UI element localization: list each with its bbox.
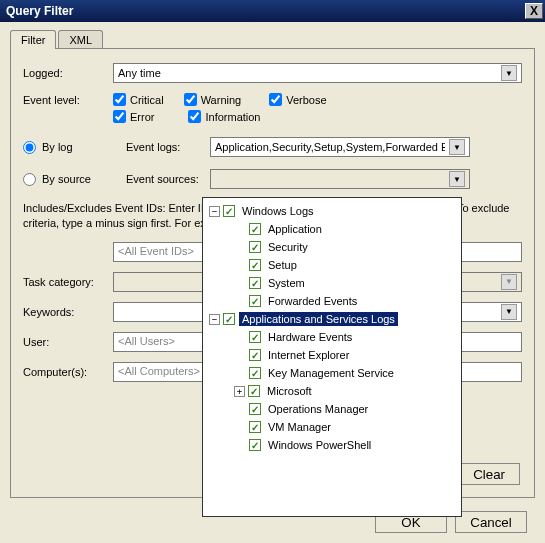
chevron-down-icon: ▼ xyxy=(501,304,517,320)
event-logs-value: Application,Security,Setup,System,Forwar… xyxy=(215,141,445,153)
radio-by-log[interactable] xyxy=(23,141,36,154)
label-event-logs: Event logs: xyxy=(126,141,204,153)
event-logs-combo[interactable]: Application,Security,Setup,System,Forwar… xyxy=(210,137,470,157)
checkbox-icon[interactable]: ✓ xyxy=(249,439,261,451)
tree-node-key-mgmt[interactable]: ✓Key Management Service xyxy=(205,364,459,382)
label-logged: Logged: xyxy=(23,67,113,79)
label-event-sources: Event sources: xyxy=(126,173,204,185)
tree-node-windows-logs[interactable]: − ✓ Windows Logs xyxy=(205,202,459,220)
label-computers: Computer(s): xyxy=(23,366,113,378)
dialog-body: Filter XML Logged: Any time ▼ Event leve… xyxy=(0,22,545,543)
tree-node-vm-manager[interactable]: ✓VM Manager xyxy=(205,418,459,436)
event-logs-tree-popup: − ✓ Windows Logs ✓Application ✓Security … xyxy=(202,197,462,517)
label-user: User: xyxy=(23,336,113,348)
close-button[interactable]: X xyxy=(525,3,543,19)
tree-node-ops-manager[interactable]: ✓Operations Manager xyxy=(205,400,459,418)
tab-xml[interactable]: XML xyxy=(58,30,103,49)
label-task-category: Task category: xyxy=(23,276,113,288)
chevron-down-icon: ▼ xyxy=(501,65,517,81)
chk-verbose[interactable]: Verbose xyxy=(269,93,326,106)
event-sources-combo[interactable]: ▼ xyxy=(210,169,470,189)
tab-filter[interactable]: Filter xyxy=(10,30,56,49)
tree-node-internet-explorer[interactable]: ✓Internet Explorer xyxy=(205,346,459,364)
tree-node-security[interactable]: ✓Security xyxy=(205,238,459,256)
checkbox-icon[interactable]: ✓ xyxy=(223,313,235,325)
label-event-level: Event level: xyxy=(23,94,113,106)
expand-icon[interactable]: + xyxy=(234,386,245,397)
checkbox-icon[interactable]: ✓ xyxy=(249,331,261,343)
checkbox-icon[interactable]: ✓ xyxy=(249,367,261,379)
tree-node-application[interactable]: ✓Application xyxy=(205,220,459,238)
tree-node-microsoft[interactable]: + ✓ Microsoft xyxy=(205,382,459,400)
checkbox-icon[interactable]: ✓ xyxy=(249,421,261,433)
title-bar: Query Filter X xyxy=(0,0,545,22)
chevron-down-icon: ▼ xyxy=(501,274,517,290)
logged-value: Any time xyxy=(118,67,161,79)
close-icon: X xyxy=(530,4,538,18)
chk-warning[interactable]: Warning xyxy=(184,93,242,106)
label-by-source: By source xyxy=(42,173,120,185)
collapse-icon[interactable]: − xyxy=(209,206,220,217)
tree-node-forwarded-events[interactable]: ✓Forwarded Events xyxy=(205,292,459,310)
checkbox-icon[interactable]: ✓ xyxy=(249,259,261,271)
chevron-down-icon: ▼ xyxy=(449,171,465,187)
tree-node-win-powershell[interactable]: ✓Windows PowerShell xyxy=(205,436,459,454)
checkbox-icon[interactable]: ✓ xyxy=(249,223,261,235)
tree-node-system[interactable]: ✓System xyxy=(205,274,459,292)
chevron-down-icon: ▼ xyxy=(449,139,465,155)
chk-error[interactable]: Error xyxy=(113,110,154,123)
label-by-log: By log xyxy=(42,141,120,153)
cancel-button[interactable]: Cancel xyxy=(455,511,527,533)
clear-button[interactable]: Clear xyxy=(458,463,520,485)
collapse-icon[interactable]: − xyxy=(209,314,220,325)
checkbox-icon[interactable]: ✓ xyxy=(249,403,261,415)
checkbox-icon[interactable]: ✓ xyxy=(248,385,260,397)
label-keywords: Keywords: xyxy=(23,306,113,318)
tree-node-hardware-events[interactable]: ✓Hardware Events xyxy=(205,328,459,346)
radio-by-source[interactable] xyxy=(23,173,36,186)
checkbox-icon[interactable]: ✓ xyxy=(249,295,261,307)
tree-node-setup[interactable]: ✓Setup xyxy=(205,256,459,274)
chk-information[interactable]: Information xyxy=(188,110,260,123)
tree-node-apps-services-logs[interactable]: − ✓ Applications and Services Logs xyxy=(205,310,459,328)
logged-combo[interactable]: Any time ▼ xyxy=(113,63,522,83)
checkbox-icon[interactable]: ✓ xyxy=(249,277,261,289)
chk-critical[interactable]: Critical xyxy=(113,93,164,106)
checkbox-icon[interactable]: ✓ xyxy=(249,349,261,361)
checkbox-icon[interactable]: ✓ xyxy=(223,205,235,217)
checkbox-icon[interactable]: ✓ xyxy=(249,241,261,253)
tab-strip: Filter XML xyxy=(10,30,535,49)
window-title: Query Filter xyxy=(6,4,73,18)
